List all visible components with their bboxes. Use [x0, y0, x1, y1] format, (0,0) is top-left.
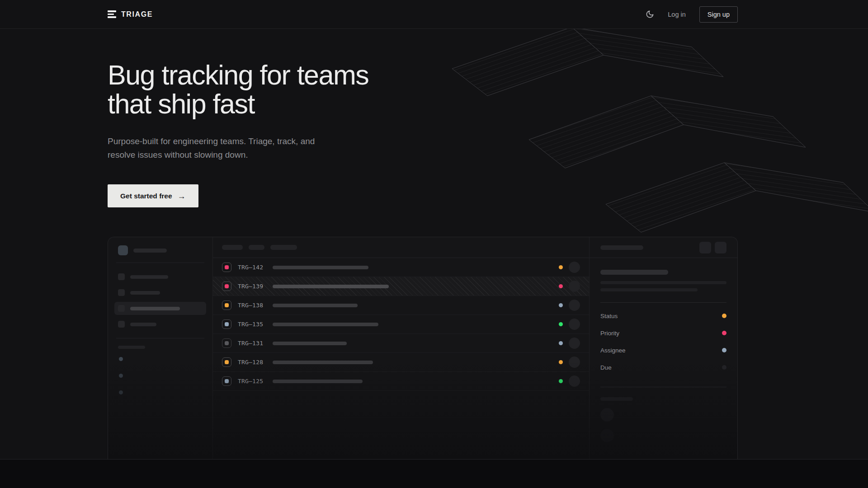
app-preview-mockup: TRG–142 TRG–139 TRG–138 TRG–135 TRG–: [108, 237, 738, 459]
issue-type-icon: [222, 282, 231, 291]
issue-type-icon: [222, 376, 231, 386]
sidebar-item-skeleton: [114, 270, 206, 283]
issue-id: TRG–125: [238, 378, 263, 385]
tab-skeleton: [270, 245, 297, 250]
sidebar-item-skeleton-active: [114, 302, 206, 315]
hero-title-line2: that ship fast: [108, 89, 255, 119]
issue-title-skeleton: [273, 380, 363, 383]
sidebar-section-label-skeleton: [118, 346, 145, 349]
issue-title-skeleton: [273, 304, 358, 307]
signup-button[interactable]: Sign up: [699, 6, 738, 23]
detail-action-button-skeleton: [715, 242, 726, 253]
mockup-issue-list-panel: TRG–142 TRG–139 TRG–138 TRG–135 TRG–: [213, 237, 590, 459]
detail-fields: Status Priority Assignee Due: [600, 307, 726, 376]
issue-id: TRG–131: [238, 340, 263, 347]
hero-section: Bug tracking for teamsthat ship fast Pur…: [0, 29, 868, 459]
issue-assignee-avatar: [569, 357, 580, 368]
issue-row: TRG–128: [213, 353, 589, 372]
issue-type-icon: [222, 357, 231, 367]
issue-row: TRG–125: [213, 372, 589, 391]
navbar: TRIAGE Log in Sign up: [0, 0, 868, 29]
divider: [600, 302, 726, 303]
issue-id: TRG–139: [238, 283, 263, 290]
issue-assignee-avatar: [569, 338, 580, 349]
issue-assignee-avatar: [569, 281, 580, 292]
sidebar-dot: [119, 357, 123, 361]
detail-header: [590, 237, 737, 258]
issue-status-dot: [559, 360, 563, 364]
issue-row: TRG–131: [213, 334, 589, 353]
sidebar-item-label-skeleton: [130, 307, 180, 310]
login-link[interactable]: Log in: [668, 11, 686, 18]
issue-list: TRG–142 TRG–139 TRG–138 TRG–135 TRG–: [213, 258, 589, 391]
activity-avatar-skeleton: [600, 408, 614, 422]
field-label: Assignee: [600, 347, 626, 354]
footer: [0, 459, 868, 488]
issue-type-icon: [222, 300, 231, 310]
sidebar-item-icon: [118, 305, 125, 312]
detail-text-skeleton: [600, 288, 698, 291]
issue-assignee-avatar: [569, 300, 580, 311]
issue-id: TRG–142: [238, 264, 263, 271]
workspace-switcher-skeleton: [114, 245, 206, 255]
issue-status-dot: [559, 322, 563, 326]
issue-row: TRG–135: [213, 315, 589, 334]
sidebar-item-skeleton: [114, 286, 206, 299]
issue-row: TRG–139: [213, 277, 589, 296]
issue-title-skeleton: [273, 342, 347, 345]
workspace-name-skeleton: [133, 249, 167, 253]
field-label: Due: [600, 364, 612, 371]
hero-subtitle: Purpose-built for engineering teams. Tri…: [108, 135, 325, 162]
activity-avatar-skeleton: [600, 429, 614, 442]
sidebar-item-label-skeleton: [130, 323, 156, 326]
issue-status-dot: [559, 265, 563, 269]
issue-type-icon: [222, 338, 231, 348]
sidebar-item-icon: [118, 289, 125, 296]
issue-id: TRG–138: [238, 302, 263, 309]
field-value-dot: [722, 348, 726, 352]
detail-field-row: Priority: [600, 324, 726, 342]
get-started-button[interactable]: Get started free →: [108, 184, 198, 207]
issue-id: TRG–128: [238, 359, 263, 366]
detail-breadcrumb-skeleton: [600, 245, 643, 250]
divider: [116, 263, 204, 263]
issue-title-skeleton: [273, 323, 378, 326]
issue-assignee-avatar: [569, 262, 580, 273]
issue-status-dot: [559, 379, 563, 383]
moon-icon: [646, 10, 654, 19]
divider: [116, 338, 204, 338]
tab-skeleton: [222, 245, 243, 250]
sidebar-item-skeleton: [114, 318, 206, 331]
detail-field-row: Assignee: [600, 342, 726, 359]
brand-name: TRIAGE: [121, 10, 153, 19]
divider: [600, 387, 726, 387]
field-label: Priority: [600, 330, 619, 337]
sidebar-dot: [119, 374, 123, 378]
cta-label: Get started free: [120, 192, 172, 200]
field-value-dot: [722, 314, 726, 318]
detail-action-button-skeleton: [699, 242, 711, 253]
theme-toggle-button[interactable]: [646, 10, 654, 19]
mockup-sidebar: [108, 237, 213, 459]
issue-type-icon: [222, 319, 231, 329]
sidebar-item-label-skeleton: [130, 275, 168, 279]
detail-text-skeleton: [600, 281, 726, 284]
triage-logo-icon: [108, 10, 116, 18]
detail-section-label-skeleton: [600, 397, 633, 401]
sidebar-item-icon: [118, 321, 125, 328]
brand: TRIAGE: [108, 10, 153, 19]
hero-title: Bug tracking for teamsthat ship fast: [108, 29, 738, 118]
issue-assignee-avatar: [569, 375, 580, 387]
sidebar-item-label-skeleton: [130, 291, 160, 295]
issue-title-skeleton: [273, 361, 373, 364]
tab-skeleton: [249, 245, 264, 250]
issue-row: TRG–142: [213, 258, 589, 277]
issue-assignee-avatar: [569, 319, 580, 330]
detail-title-skeleton: [600, 270, 668, 275]
issue-status-dot: [559, 303, 563, 307]
issue-status-dot: [559, 284, 563, 288]
issue-status-dot: [559, 341, 563, 345]
sidebar-item-icon: [118, 273, 125, 280]
arrow-right-icon: →: [178, 192, 186, 200]
mockup-detail-panel: Status Priority Assignee Due: [590, 237, 737, 459]
